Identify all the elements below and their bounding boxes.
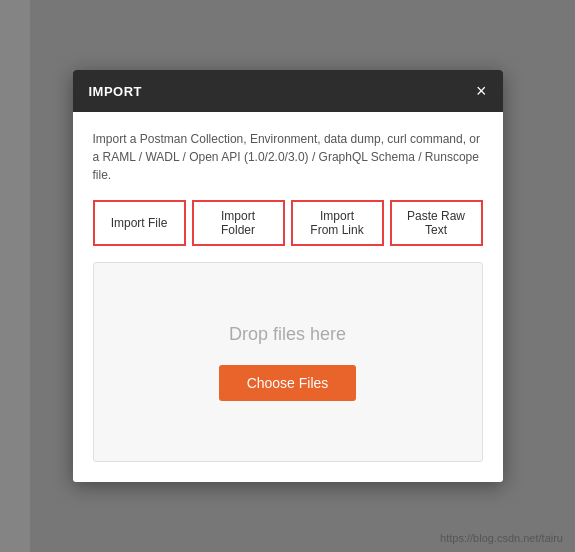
tab-row: Import File Import Folder Import From Li…: [93, 200, 483, 246]
modal-title: IMPORT: [89, 84, 143, 99]
drop-zone-text: Drop files here: [229, 324, 346, 345]
tab-import-from-link[interactable]: Import From Link: [291, 200, 384, 246]
close-button[interactable]: ×: [476, 82, 487, 100]
tab-paste-raw-text[interactable]: Paste Raw Text: [390, 200, 483, 246]
tab-import-file[interactable]: Import File: [93, 200, 186, 246]
drop-zone[interactable]: Drop files here Choose Files: [93, 262, 483, 462]
tab-import-folder[interactable]: Import Folder: [192, 200, 285, 246]
modal-header: IMPORT ×: [73, 70, 503, 112]
modal-overlay: IMPORT × Import a Postman Collection, En…: [0, 0, 575, 552]
choose-files-button[interactable]: Choose Files: [219, 365, 357, 401]
import-modal: IMPORT × Import a Postman Collection, En…: [73, 70, 503, 482]
modal-body: Import a Postman Collection, Environment…: [73, 112, 503, 482]
modal-description: Import a Postman Collection, Environment…: [93, 130, 483, 184]
url-hint: https://blog.csdn.net/tairu: [440, 532, 563, 544]
